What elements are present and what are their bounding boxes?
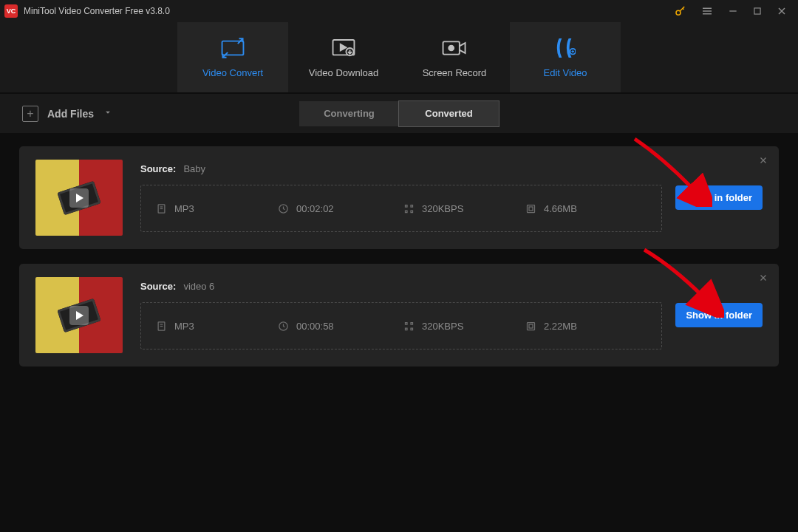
app-title: MiniTool Video Converter Free v3.8.0 <box>24 6 674 16</box>
duration-value: 00:00:58 <box>296 321 334 332</box>
minimize-icon[interactable] <box>727 5 739 17</box>
tab-label: Edit Video <box>543 67 587 78</box>
add-files-button[interactable]: + Add Files <box>22 106 113 122</box>
title-bar: VC MiniTool Video Converter Free v3.8.0 <box>0 0 798 22</box>
tab-label: Screen Record <box>423 67 487 78</box>
play-icon <box>69 188 89 208</box>
convert-icon <box>220 36 245 60</box>
source-value: video 6 <box>183 281 214 292</box>
close-icon[interactable] <box>758 155 768 168</box>
bitrate-icon <box>403 321 415 332</box>
close-icon[interactable] <box>776 5 788 17</box>
plus-icon: + <box>22 106 38 122</box>
clock-icon <box>278 321 289 332</box>
thumbnail[interactable] <box>35 277 123 353</box>
maximize-icon[interactable] <box>752 6 763 16</box>
app-logo-icon: VC <box>4 4 18 18</box>
format-value: MP3 <box>174 203 194 214</box>
duration-value: 00:02:02 <box>296 203 334 214</box>
result-card: Source: Baby MP3 00:02:02 320KBPS <box>19 146 779 249</box>
chevron-down-icon[interactable] <box>103 107 113 120</box>
content-area: Source: Baby MP3 00:02:02 320KBPS <box>0 133 798 380</box>
source-label: Source: <box>140 281 176 292</box>
main-tabs: Video Convert Video Download Screen Reco… <box>0 22 798 92</box>
size-icon <box>525 321 536 332</box>
secondary-bar: + Add Files Converting Converted <box>0 94 798 133</box>
format-value: MP3 <box>174 321 194 332</box>
add-files-label: Add Files <box>47 108 94 120</box>
edit-icon <box>555 36 576 60</box>
svg-rect-5 <box>754 8 760 14</box>
show-in-folder-button[interactable]: Show in folder <box>675 185 763 210</box>
meta-box: MP3 00:00:58 320KBPS 2.22MB <box>140 302 662 349</box>
tab-converting[interactable]: Converting <box>299 101 399 126</box>
bitrate-value: 320KBPS <box>422 203 463 214</box>
clock-icon <box>278 203 289 214</box>
show-in-folder-button[interactable]: Show in folder <box>675 303 763 327</box>
play-icon <box>69 306 89 325</box>
key-icon[interactable] <box>674 4 687 18</box>
close-icon[interactable] <box>758 273 768 286</box>
thumbnail[interactable] <box>35 160 123 236</box>
menu-icon[interactable] <box>700 4 714 18</box>
bitrate-value: 320KBPS <box>422 321 463 332</box>
size-value: 4.66MB <box>544 203 577 214</box>
tab-label: Video Download <box>309 67 378 78</box>
tab-edit-video[interactable]: Edit Video <box>510 22 621 92</box>
source-value: Baby <box>183 163 205 174</box>
status-tab-toggle: Converting Converted <box>299 101 499 126</box>
svg-marker-10 <box>341 44 347 51</box>
tab-video-download[interactable]: Video Download <box>288 22 399 92</box>
source-label: Source: <box>140 163 176 174</box>
result-card: Source: video 6 MP3 00:00:58 320KBPS <box>19 264 779 366</box>
bitrate-icon <box>403 203 415 214</box>
svg-rect-28 <box>529 324 533 328</box>
size-icon <box>525 203 536 214</box>
download-icon <box>331 36 356 60</box>
svg-point-0 <box>676 10 681 15</box>
tab-label: Video Convert <box>202 67 263 78</box>
tab-converted[interactable]: Converted <box>399 101 499 126</box>
svg-rect-19 <box>528 205 535 212</box>
svg-rect-8 <box>222 41 244 55</box>
size-value: 2.22MB <box>544 321 577 332</box>
svg-rect-20 <box>529 207 533 211</box>
tab-video-convert[interactable]: Video Convert <box>177 22 288 92</box>
tab-screen-record[interactable]: Screen Record <box>399 22 510 92</box>
svg-point-13 <box>449 46 454 51</box>
file-icon <box>156 203 167 214</box>
record-icon <box>441 36 468 60</box>
meta-box: MP3 00:02:02 320KBPS 4.66MB <box>140 185 662 232</box>
file-icon <box>156 321 167 332</box>
svg-rect-27 <box>528 322 535 330</box>
